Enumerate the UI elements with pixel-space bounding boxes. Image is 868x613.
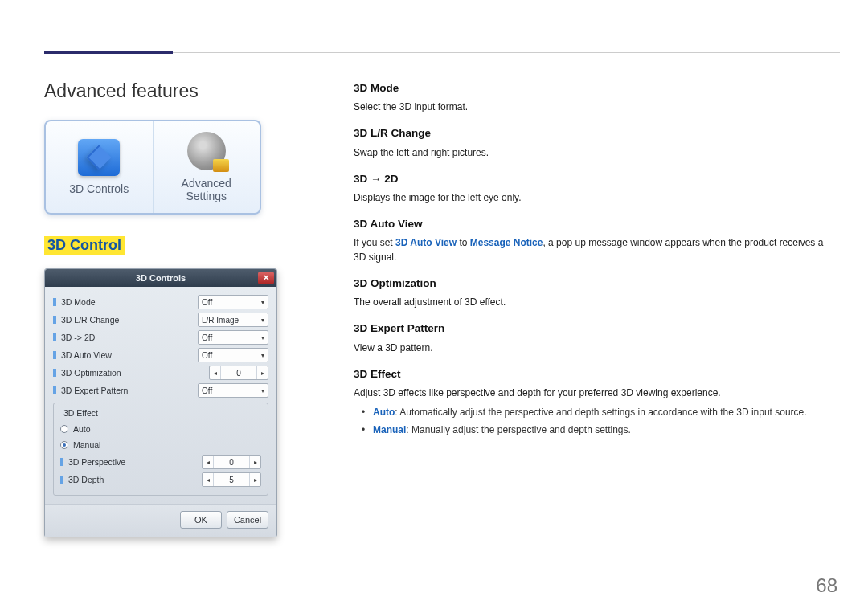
- row-3d-mode: 3D Mode Off▾: [53, 293, 268, 311]
- dialog-title: 3D Controls: [136, 273, 186, 283]
- tile-3d-controls[interactable]: 3D Controls: [46, 121, 154, 213]
- heading-3d-expert-pattern: 3D Expert Pattern: [354, 321, 836, 337]
- close-icon[interactable]: ✕: [258, 272, 274, 284]
- bullet-manual: Manual: Manually adjust the perspective …: [354, 423, 836, 437]
- row-3d-auto-view: 3D Auto View Off▾: [53, 346, 268, 364]
- combo-3d-mode[interactable]: Off▾: [198, 295, 268, 309]
- tile-advanced-settings[interactable]: Advanced Settings: [154, 121, 260, 213]
- combo-3d-lr-change[interactable]: L/R Image▾: [198, 313, 268, 327]
- heading-3d-optimization: 3D Optimization: [354, 276, 836, 292]
- dialog-3d-controls: 3D Controls ✕ 3D Mode Off▾ 3D L/R Change…: [44, 268, 277, 537]
- radio-manual[interactable]: Manual: [60, 437, 261, 453]
- chevron-right-icon[interactable]: ▸: [249, 473, 260, 486]
- text-3d-lr-change: Swap the left and right pictures.: [354, 145, 836, 160]
- chevron-left-icon[interactable]: ◂: [203, 473, 214, 486]
- row-3d-depth: 3D Depth ◂ 5 ▸: [60, 471, 261, 488]
- chevron-right-icon[interactable]: ▸: [256, 366, 268, 379]
- combo-3d-expert-pattern[interactable]: Off▾: [198, 383, 268, 398]
- radio-auto[interactable]: Auto: [60, 421, 261, 437]
- tile-advanced-settings-label: Advanced Settings: [182, 177, 231, 202]
- chevron-right-icon[interactable]: ▸: [249, 456, 260, 468]
- group-3d-effect: 3D Effect Auto Manual 3D Perspective ◂ 0…: [53, 403, 268, 496]
- text-3d-effect: Adjust 3D effects like perspective and d…: [354, 386, 836, 400]
- ok-button[interactable]: OK: [180, 511, 222, 529]
- row-3d-perspective: 3D Perspective ◂ 0 ▸: [60, 453, 261, 471]
- heading-3d-auto-view: 3D Auto View: [354, 216, 836, 232]
- cancel-button[interactable]: Cancel: [227, 511, 268, 529]
- heading-3d-mode: 3D Mode: [354, 80, 836, 96]
- feature-tiles: 3D Controls Advanced Settings: [44, 120, 261, 215]
- spinner-3d-optimization[interactable]: ◂ 0 ▸: [209, 366, 268, 380]
- row-3d-lr-change: 3D L/R Change L/R Image▾: [53, 311, 268, 329]
- combo-3d-2d[interactable]: Off▾: [198, 330, 268, 345]
- chevron-left-icon[interactable]: ◂: [210, 366, 221, 379]
- right-column: 3D Mode Select the 3D input format. 3D L…: [354, 80, 836, 440]
- left-column: Advanced features 3D Controls Advanced S…: [44, 80, 285, 537]
- page-title: Advanced features: [44, 80, 285, 102]
- heading-3d-2d: 3D → 2D: [354, 171, 836, 187]
- bullet-auto: Auto: Automatically adjust the perspecti…: [354, 405, 836, 419]
- tile-3d-controls-label: 3D Controls: [69, 182, 129, 195]
- dialog-titlebar: 3D Controls ✕: [45, 269, 276, 287]
- text-3d-2d: Displays the image for the left eye only…: [354, 190, 836, 205]
- text-3d-mode: Select the 3D input format.: [354, 100, 836, 114]
- page-number: 68: [816, 574, 837, 597]
- text-3d-optimization: The overall adjustment of 3D effect.: [354, 295, 836, 309]
- row-3d-optimization: 3D Optimization ◂ 0 ▸: [53, 364, 268, 382]
- radio-icon: [60, 441, 68, 449]
- chevron-left-icon[interactable]: ◂: [203, 456, 214, 468]
- row-3d-expert-pattern: 3D Expert Pattern Off▾: [53, 382, 268, 399]
- heading-3d-effect: 3D Effect: [354, 366, 836, 382]
- text-3d-expert-pattern: View a 3D pattern.: [354, 341, 836, 355]
- gear-icon: [187, 132, 226, 170]
- heading-3d-lr-change: 3D L/R Change: [354, 125, 836, 141]
- header-rule-accent: [44, 51, 173, 54]
- row-3d-2d: 3D -> 2D Off▾: [53, 329, 268, 346]
- spinner-3d-perspective[interactable]: ◂ 0 ▸: [202, 455, 261, 469]
- radio-icon: [60, 425, 68, 433]
- cube-icon: [78, 139, 120, 176]
- text-3d-auto-view: If you set 3D Auto View to Message Notic…: [354, 235, 836, 264]
- spinner-3d-depth[interactable]: ◂ 5 ▸: [202, 472, 261, 487]
- combo-3d-auto-view[interactable]: Off▾: [198, 348, 268, 362]
- section-heading: 3D Control: [44, 237, 285, 254]
- group-3d-effect-title: 3D Effect: [60, 408, 101, 418]
